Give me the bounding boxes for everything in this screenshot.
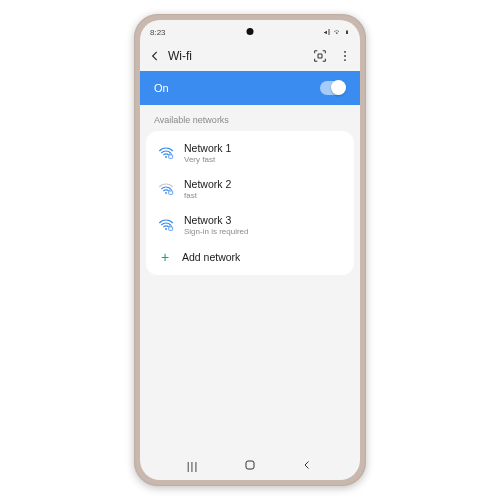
svg-point-8 [165, 228, 167, 230]
network-row[interactable]: Network 3 Sign-in is required [146, 207, 354, 243]
nav-back-button[interactable] [301, 459, 313, 473]
networks-card: Network 1 Very fast Network 2 fast [146, 131, 354, 275]
add-network-row[interactable]: + Add network [146, 243, 354, 271]
network-sub: Sign-in is required [184, 227, 248, 236]
wifi-state-label: On [154, 82, 169, 94]
wifi-toggle-switch[interactable] [320, 81, 346, 95]
app-header: Wi-fi [140, 41, 360, 71]
wifi-lock-icon [158, 218, 174, 232]
back-icon[interactable] [148, 49, 162, 63]
system-navbar: ||| [140, 452, 360, 480]
svg-rect-10 [246, 461, 254, 469]
status-indicators: ◀‖ ᯤ ▮ [323, 28, 350, 37]
wifi-lock-icon [158, 146, 174, 160]
svg-rect-9 [169, 227, 173, 230]
plus-icon: + [158, 250, 172, 264]
svg-point-2 [344, 55, 346, 57]
nav-home-button[interactable] [244, 459, 256, 473]
network-name: Network 1 [184, 142, 231, 154]
network-sub: fast [184, 191, 231, 200]
wifi-toggle-bar[interactable]: On [140, 71, 360, 105]
page-title: Wi-fi [168, 49, 306, 63]
front-camera [247, 28, 254, 35]
network-name: Network 2 [184, 178, 231, 190]
screen: 8:23 ◀‖ ᯤ ▮ Wi-fi On Available network [140, 20, 360, 480]
phone-frame: 8:23 ◀‖ ᯤ ▮ Wi-fi On Available network [134, 14, 366, 486]
network-sub: Very fast [184, 155, 231, 164]
wifi-lock-icon [158, 182, 174, 196]
svg-rect-0 [318, 54, 322, 58]
svg-point-4 [165, 156, 167, 158]
svg-point-6 [165, 192, 167, 194]
available-networks-label: Available networks [140, 105, 360, 131]
qr-scan-icon[interactable] [312, 48, 328, 64]
nav-recent-button[interactable]: ||| [187, 460, 199, 472]
network-row[interactable]: Network 2 fast [146, 171, 354, 207]
status-time: 8:23 [150, 28, 166, 37]
svg-point-3 [344, 59, 346, 61]
add-network-label: Add network [182, 251, 240, 263]
svg-rect-5 [169, 155, 173, 158]
network-row[interactable]: Network 1 Very fast [146, 135, 354, 171]
svg-rect-7 [169, 191, 173, 194]
svg-point-1 [344, 51, 346, 53]
more-icon[interactable] [338, 49, 352, 63]
network-name: Network 3 [184, 214, 248, 226]
